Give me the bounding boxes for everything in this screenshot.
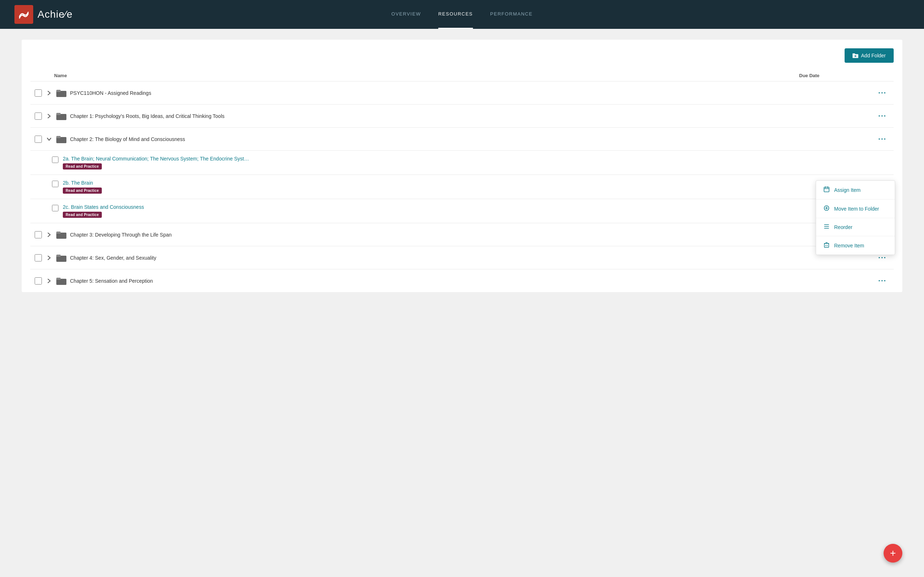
- row-checkbox[interactable]: [35, 135, 42, 143]
- row-checkbox[interactable]: [35, 277, 42, 285]
- row-checkbox[interactable]: [35, 254, 42, 261]
- sub-row-checkbox[interactable]: [52, 156, 58, 163]
- svg-rect-1: [853, 53, 855, 55]
- table-row: Chapter 4: Sex, Gender, and Sexuality ··…: [30, 246, 894, 269]
- table-row: Chapter 5: Sensation and Perception ···: [30, 269, 894, 292]
- sub-row-title[interactable]: 2c. Brain States and Consciousness: [63, 204, 889, 210]
- nav-performance[interactable]: PERFORMANCE: [490, 0, 533, 29]
- svg-rect-7: [56, 113, 61, 115]
- context-remove-item[interactable]: Remove Item: [816, 236, 895, 255]
- folder-icon: [56, 89, 66, 97]
- sub-row-checkbox[interactable]: [52, 205, 58, 211]
- context-reorder[interactable]: Reorder: [816, 218, 895, 236]
- sub-row-checkbox[interactable]: [52, 181, 58, 187]
- logo-text: Achie∕e: [37, 9, 73, 20]
- table-row: PSYC110HON - Assigned Readings ···: [30, 82, 894, 105]
- remove-item-label: Remove Item: [834, 243, 864, 248]
- table-row: Chapter 1: Psychology’s Roots, Big Ideas…: [30, 105, 894, 128]
- folder-icon: [56, 254, 66, 262]
- logo-icon: [15, 5, 33, 24]
- table-header: Name Due Date: [30, 70, 894, 82]
- row-checkbox[interactable]: [35, 89, 42, 97]
- chevron-right-icon[interactable]: [45, 255, 53, 260]
- chevron-right-icon[interactable]: [45, 114, 53, 119]
- read-practice-badge: Read and Practice: [63, 187, 102, 193]
- chevron-right-icon[interactable]: [45, 90, 53, 95]
- row-title: Chapter 1: Psychology’s Roots, Big Ideas…: [70, 113, 803, 119]
- row-title: Chapter 3: Developing Through the Life S…: [70, 232, 803, 238]
- trash-icon: [823, 242, 830, 249]
- row-more-button[interactable]: ···: [875, 110, 889, 121]
- row-more-button[interactable]: ···: [875, 275, 889, 286]
- read-practice-badge: Read and Practice: [63, 212, 102, 218]
- chevron-right-icon[interactable]: [45, 232, 53, 237]
- move-folder-icon: [823, 205, 830, 212]
- main-content: Add Folder Name Due Date PSYC110HON - As…: [0, 29, 924, 303]
- context-menu: Assign Item Move Item to Folder Reorder …: [816, 180, 895, 255]
- fab-plus-icon: +: [890, 548, 896, 559]
- move-item-label: Move Item to Folder: [834, 206, 879, 212]
- app-header: Achie∕e OVERVIEW RESOURCES PERFORMANCE: [0, 0, 924, 29]
- sub-row: 2b. The Brain Read and Practice: [30, 175, 894, 199]
- nav-overview[interactable]: OVERVIEW: [391, 0, 421, 29]
- read-practice-badge: Read and Practice: [63, 163, 102, 169]
- row-title: Chapter 4: Sex, Gender, and Sexuality: [70, 255, 803, 261]
- reorder-icon: [823, 224, 830, 230]
- row-more-button[interactable]: ···: [875, 87, 889, 98]
- add-folder-label: Add Folder: [861, 53, 886, 58]
- table-row: Chapter 3: Developing Through the Life S…: [30, 223, 894, 246]
- folder-icon: [56, 135, 66, 143]
- row-checkbox[interactable]: [35, 113, 42, 120]
- col-name-header: Name: [54, 73, 799, 78]
- folder-icon: [56, 112, 66, 120]
- table-row: Chapter 2: The Biology of Mind and Consc…: [30, 128, 894, 151]
- row-more-button[interactable]: ···: [875, 134, 889, 145]
- context-move-item[interactable]: Move Item to Folder: [816, 200, 895, 218]
- calendar-icon: [823, 187, 830, 193]
- svg-rect-15: [56, 278, 61, 280]
- row-checkbox[interactable]: [35, 231, 42, 239]
- svg-rect-13: [56, 255, 61, 257]
- chevron-right-icon[interactable]: [45, 279, 53, 284]
- add-folder-button[interactable]: Add Folder: [845, 48, 894, 63]
- row-title: Chapter 5: Sensation and Perception: [70, 278, 803, 284]
- svg-rect-16: [824, 187, 829, 192]
- main-nav: OVERVIEW RESOURCES PERFORMANCE: [391, 0, 532, 29]
- sub-row: 2c. Brain States and Consciousness Read …: [30, 199, 894, 223]
- col-due-header: Due Date: [799, 73, 871, 78]
- logo-area: Achie∕e: [15, 5, 73, 24]
- fab-add-button[interactable]: +: [884, 544, 902, 562]
- folder-icon: [56, 277, 66, 285]
- chevron-down-icon[interactable]: [45, 137, 53, 141]
- row-title: Chapter 2: The Biology of Mind and Consc…: [70, 136, 803, 142]
- sub-row-title[interactable]: 2a. The Brain; Neural Communication; The…: [63, 156, 889, 161]
- reorder-label: Reorder: [834, 224, 853, 230]
- sub-title-area: 2b. The Brain Read and Practice: [63, 180, 889, 193]
- row-title: PSYC110HON - Assigned Readings: [70, 90, 803, 96]
- svg-rect-11: [56, 232, 61, 234]
- nav-resources[interactable]: RESOURCES: [438, 0, 473, 29]
- svg-rect-9: [56, 136, 61, 138]
- svg-rect-5: [56, 90, 61, 92]
- sub-title-area: 2a. The Brain; Neural Communication; The…: [63, 156, 889, 169]
- sub-title-area: 2c. Brain States and Consciousness Read …: [63, 204, 889, 218]
- sub-row-title[interactable]: 2b. The Brain: [63, 180, 889, 186]
- folder-plus-icon: [853, 53, 858, 58]
- content-card: Add Folder Name Due Date PSYC110HON - As…: [22, 40, 902, 292]
- folder-icon: [56, 231, 66, 239]
- assign-item-label: Assign Item: [834, 187, 861, 193]
- toolbar: Add Folder: [30, 48, 894, 63]
- sub-row: 2a. The Brain; Neural Communication; The…: [30, 151, 894, 175]
- context-assign-item[interactable]: Assign Item: [816, 181, 895, 200]
- svg-rect-26: [824, 243, 829, 247]
